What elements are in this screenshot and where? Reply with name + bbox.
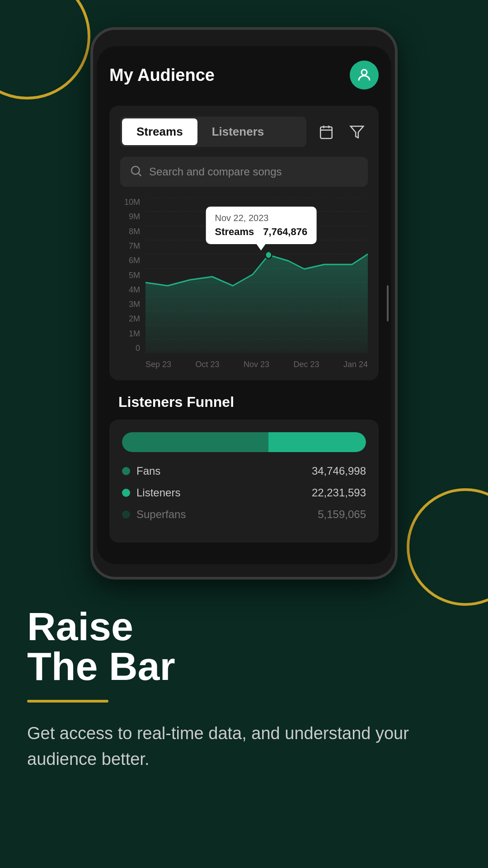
y-label-9m: 9M — [120, 212, 144, 222]
funnel-bar-segment-fans — [122, 432, 268, 452]
x-label-oct: Oct 23 — [196, 360, 220, 369]
funnel-title: Listeners Funnel — [109, 394, 379, 410]
chart-tooltip: Nov 22, 2023 Streams 7,764,876 — [206, 207, 316, 244]
svg-rect-1 — [320, 127, 332, 138]
svg-marker-5 — [351, 126, 363, 138]
phone-screen: My Audience Streams Listeners — [97, 46, 391, 564]
tabs-group: Streams Listeners — [120, 117, 306, 147]
funnel-value-fans: 34,746,998 — [312, 465, 366, 477]
x-label-jan: Jan 24 — [343, 360, 368, 369]
tooltip-date: Nov 22, 2023 — [215, 213, 307, 223]
y-label-0: 0 — [120, 344, 144, 353]
calendar-icon — [319, 124, 334, 140]
filter-icon — [349, 124, 365, 140]
phone-mockup: My Audience Streams Listeners — [90, 27, 398, 580]
marketing-description: Get access to real-time data, and unders… — [27, 721, 461, 772]
marketing-title: Raise The Bar — [27, 607, 461, 686]
app-header: My Audience — [109, 57, 379, 93]
y-label-3m: 3M — [120, 300, 144, 309]
funnel-value-listeners: 22,231,593 — [312, 486, 366, 499]
avatar-icon[interactable] — [350, 61, 379, 90]
funnel-bar-segment-listeners — [268, 432, 366, 452]
tab-listeners[interactable]: Listeners — [197, 118, 279, 145]
y-label-10m: 10M — [120, 198, 144, 207]
x-label-dec: Dec 23 — [293, 360, 319, 369]
chart-body: Nov 22, 2023 Streams 7,764,876 — [145, 198, 368, 353]
funnel-dot-superfans — [122, 510, 130, 519]
marketing-title-line1: Raise — [27, 604, 133, 649]
funnel-item-superfans: Superfans 5,159,065 — [122, 508, 366, 521]
bg-circle-top-left — [0, 0, 90, 99]
funnel-dot-listeners — [122, 489, 130, 497]
tab-streams[interactable]: Streams — [122, 118, 197, 145]
tooltip-streams-value: 7,764,876 — [263, 226, 307, 238]
calendar-button[interactable] — [315, 121, 337, 143]
app-title: My Audience — [109, 66, 215, 85]
funnel-section: Listeners Funnel Fans 34,746,998 — [109, 394, 379, 542]
funnel-card: Fans 34,746,998 Listeners 22,231,593 — [109, 420, 379, 542]
y-label-1m: 1M — [120, 329, 144, 339]
funnel-label-fans: Fans — [136, 465, 160, 477]
funnel-label-superfans: Superfans — [136, 508, 186, 521]
funnel-item-fans: Fans 34,746,998 — [122, 465, 366, 477]
svg-point-19 — [265, 251, 272, 259]
marketing-title-line2: The Bar — [27, 644, 175, 689]
search-bar[interactable]: Search and compare songs — [120, 157, 368, 187]
chart-y-labels: 0 1M 2M 3M 4M 5M 6M 7M 8M 9M 10M — [120, 198, 144, 353]
tabs-row: Streams Listeners — [120, 117, 368, 147]
search-icon — [129, 164, 143, 179]
scroll-hint — [387, 285, 389, 321]
tooltip-row: Streams 7,764,876 — [215, 226, 307, 238]
funnel-bar — [122, 432, 366, 452]
tooltip-arrow — [257, 244, 266, 250]
svg-point-0 — [361, 70, 367, 75]
streams-card: Streams Listeners — [109, 106, 379, 380]
x-label-nov: Nov 23 — [244, 360, 269, 369]
tooltip-streams-label: Streams — [215, 226, 254, 238]
chart-area: 0 1M 2M 3M 4M 5M 6M 7M 8M 9M 10M — [120, 198, 368, 369]
y-label-7m: 7M — [120, 241, 144, 251]
funnel-item-listeners: Listeners 22,231,593 — [122, 486, 366, 499]
tabs-icons — [315, 121, 368, 143]
filter-button[interactable] — [346, 121, 368, 143]
marketing-section: Raise The Bar Get access to real-time da… — [0, 580, 488, 808]
y-label-4m: 4M — [120, 285, 144, 295]
funnel-label-listeners: Listeners — [136, 486, 180, 499]
funnel-dot-fans — [122, 467, 130, 475]
phone-notch — [203, 30, 285, 42]
chart-x-labels: Sep 23 Oct 23 Nov 23 Dec 23 Jan 24 — [145, 360, 368, 369]
y-label-2m: 2M — [120, 314, 144, 324]
y-label-8m: 8M — [120, 227, 144, 236]
search-placeholder-text: Search and compare songs — [149, 165, 282, 178]
svg-point-6 — [131, 166, 140, 175]
svg-line-7 — [139, 174, 141, 176]
y-label-6m: 6M — [120, 256, 144, 265]
marketing-underline — [27, 700, 108, 703]
funnel-value-superfans: 5,159,065 — [318, 508, 366, 521]
y-label-5m: 5M — [120, 271, 144, 280]
x-label-sep: Sep 23 — [145, 360, 171, 369]
